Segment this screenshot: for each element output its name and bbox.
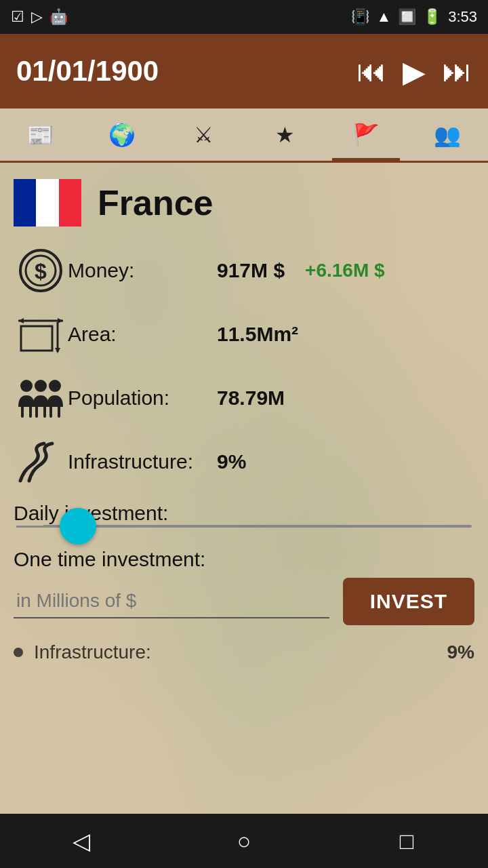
playback-controls: ⏮ ▶ ⏭ [357, 54, 472, 89]
nav-bar: 📰 🌍 ⚔ ★ 🚩 👥 [0, 108, 488, 163]
people-group-icon [17, 376, 64, 420]
home-button[interactable]: ○ [217, 828, 271, 854]
population-row: Population: 78.79M [14, 374, 474, 422]
recent-apps-button[interactable]: □ [380, 828, 434, 854]
svg-point-9 [20, 380, 33, 392]
money-label: Money: [68, 259, 217, 282]
nav-military[interactable]: ⚔ [169, 111, 237, 159]
dollar-circle-icon: $ [19, 249, 62, 292]
infrastructure-label: Infrastructure: [68, 450, 217, 473]
people-icon: 👥 [434, 122, 461, 148]
svg-rect-17 [58, 406, 60, 418]
one-time-label: One time investment: [14, 548, 205, 570]
road-icon [17, 440, 64, 484]
money-row: $ Money: 917M $ +6.16M $ [14, 247, 474, 294]
investment-slider-container[interactable] [14, 525, 474, 528]
bottom-nav: ◁ ○ □ [0, 814, 488, 868]
svg-rect-16 [49, 406, 52, 418]
nav-globe[interactable]: 🌍 [88, 111, 156, 159]
area-resize-icon [17, 314, 64, 355]
money-value: 917M $ [217, 259, 285, 282]
news-icon: 📰 [27, 122, 54, 148]
preview-dot [14, 648, 23, 657]
daily-investment-section: Daily investment: [14, 502, 474, 528]
money-icon: $ [14, 247, 68, 294]
invest-row: INVEST [14, 578, 474, 625]
android-icon: 🤖 [49, 8, 68, 26]
status-bar: ☑ ▷ 🤖 📳 ▲ 🔲 🔋 3:53 [0, 0, 488, 34]
svg-rect-14 [35, 406, 38, 418]
fast-forward-button[interactable]: ⏭ [442, 54, 472, 88]
rank-icon: ★ [275, 122, 295, 148]
globe-icon: 🌍 [108, 122, 136, 148]
swords-icon: ⚔ [194, 122, 214, 148]
area-value: 11.5Mm² [217, 323, 298, 346]
svg-rect-12 [21, 406, 24, 418]
checkbox-icon: ☑ [11, 8, 24, 26]
bottom-preview-row: Infrastructure: 9% [14, 642, 474, 663]
play-button[interactable]: ▶ [403, 54, 426, 89]
preview-label: Infrastructure: [34, 642, 151, 663]
money-change: +6.16M $ [305, 260, 385, 281]
clock: 3:53 [448, 8, 477, 26]
population-value: 78.79M [217, 387, 285, 410]
svg-marker-4 [18, 318, 24, 323]
preview-value: 9% [447, 642, 474, 663]
infrastructure-icon [14, 438, 68, 486]
flag-blue-stripe [14, 179, 36, 226]
nav-flag[interactable]: 🚩 [332, 111, 400, 159]
svg-point-11 [49, 380, 61, 392]
area-icon [14, 311, 68, 358]
battery-icon: 🔋 [423, 8, 441, 26]
vibrate-icon: 📳 [351, 8, 369, 26]
flag-icon: 🚩 [352, 122, 380, 148]
wifi-icon: ▲ [376, 8, 391, 26]
infrastructure-value: 9% [217, 450, 246, 473]
slider-left-track [16, 526, 43, 528]
top-bar: 01/01/1900 ⏮ ▶ ⏭ [0, 34, 488, 108]
invest-button[interactable]: INVEST [343, 578, 474, 625]
status-icons-left: ☑ ▷ 🤖 [11, 8, 68, 26]
nav-news[interactable]: 📰 [7, 111, 75, 159]
game-date: 01/01/1900 [16, 55, 159, 87]
svg-text:$: $ [35, 259, 47, 283]
nav-people[interactable]: 👥 [413, 111, 481, 159]
country-header: France [14, 179, 474, 226]
back-button[interactable]: ◁ [54, 827, 108, 854]
slider-track[interactable] [43, 525, 472, 528]
status-icons-right: 📳 ▲ 🔲 🔋 3:53 [351, 8, 477, 26]
infrastructure-row: Infrastructure: 9% [14, 438, 474, 486]
one-time-investment-section: One time investment: INVEST [14, 548, 474, 625]
flag-red-stripe [59, 179, 81, 226]
france-flag [14, 179, 81, 226]
area-row: Area: 11.5Mm² [14, 311, 474, 358]
play-store-icon: ▷ [31, 8, 43, 26]
signal-off-icon: 🔲 [398, 8, 416, 26]
flag-white-stripe [36, 179, 58, 226]
area-label: Area: [68, 323, 217, 346]
country-name: France [98, 182, 214, 223]
investment-input[interactable] [14, 585, 329, 618]
svg-point-10 [35, 380, 47, 392]
population-label: Population: [68, 387, 217, 410]
rewind-button[interactable]: ⏮ [357, 54, 386, 88]
svg-rect-8 [21, 326, 52, 351]
svg-rect-13 [29, 406, 32, 418]
nav-rank[interactable]: ★ [251, 111, 319, 159]
slider-thumb[interactable] [60, 508, 96, 545]
main-content: France $ Money: 917M $ +6.16M $ [0, 163, 488, 814]
svg-marker-7 [55, 348, 60, 353]
population-icon [14, 374, 68, 422]
svg-rect-15 [43, 406, 46, 418]
